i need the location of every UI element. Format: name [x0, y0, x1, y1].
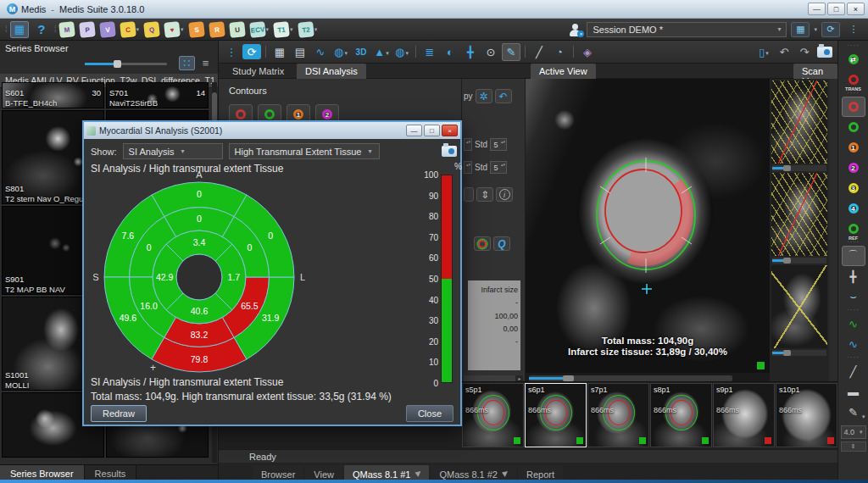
toolbar-button[interactable]: ◈: [578, 43, 597, 61]
layout-button[interactable]: ▦: [10, 21, 29, 38]
zoom-level-select[interactable]: 4.0 ▾: [841, 425, 866, 439]
toolbar-button[interactable]: ▦: [270, 43, 289, 61]
apply-button-fragment[interactable]: py: [464, 92, 473, 101]
app-tile-icon[interactable]: C: [120, 21, 136, 38]
toolbar-button[interactable]: ▤: [291, 43, 309, 61]
toolbar-button[interactable]: ↷: [795, 43, 814, 61]
toolbar-button[interactable]: ≣: [420, 43, 439, 61]
app-tile-icon[interactable]: R: [209, 21, 225, 38]
app-tile-icon[interactable]: T2: [298, 21, 314, 38]
series-thumbnail[interactable]: S601 30 B-TFE_BH4ch: [2, 82, 104, 108]
contour-toolbar-button[interactable]: ⌒: [842, 246, 865, 266]
contour-toolbar-button[interactable]: ╱: [842, 361, 865, 381]
si-analysis-button[interactable]: [474, 236, 491, 251]
app-tile-icon[interactable]: ♥: [164, 21, 181, 38]
app-tile-icon[interactable]: S: [188, 21, 205, 38]
contour-toolbar-button[interactable]: TRANS: [842, 69, 865, 90]
tab-dsi-analysis[interactable]: DSI Analysis: [297, 64, 366, 79]
app-tile-icon[interactable]: V: [99, 21, 116, 38]
app-tile-icon[interactable]: M: [58, 21, 75, 38]
auto-detect-button[interactable]: ✲: [476, 89, 492, 103]
scan-lines-thumbnail[interactable]: [771, 265, 827, 348]
cut-button[interactable]: [464, 187, 474, 202]
toolbar-button[interactable]: [413, 43, 419, 61]
list-view-button[interactable]: ≡: [198, 56, 214, 70]
info-button[interactable]: i: [496, 187, 513, 202]
toolbar-button[interactable]: ◔: [550, 43, 569, 61]
pin-icon[interactable]: [502, 471, 508, 477]
maximize-button[interactable]: □: [827, 3, 845, 15]
app-tile-icon[interactable]: U: [229, 21, 246, 38]
toolbar-button[interactable]: ◍: [331, 43, 350, 61]
snapshot-icon[interactable]: [442, 146, 457, 157]
contour-toolbar-button[interactable]: ╋: [842, 266, 865, 286]
contour-toolbar-button[interactable]: [842, 239, 865, 246]
tab-study-matrix[interactable]: Study Matrix: [224, 64, 292, 79]
chevron-down-icon[interactable]: ▾: [290, 26, 293, 33]
slice-slider[interactable]: [772, 258, 826, 264]
dialog-title-bar[interactable]: Myocardial SI Analysis (S2001) — □ ×: [84, 122, 460, 139]
contour-toolbar-button[interactable]: ⌣: [842, 286, 865, 307]
std-spinner[interactable]: 5: [490, 161, 507, 174]
series-thumbnail[interactable]: S701 14 NaviT2StirBB: [106, 82, 209, 108]
spinner-cut[interactable]: [464, 138, 472, 151]
contour-toolbar-button[interactable]: [842, 307, 865, 314]
toolbar-button[interactable]: ╱: [530, 43, 548, 61]
qmass-q-button[interactable]: Q: [493, 236, 510, 251]
tab-scan-lines[interactable]: Scan Lines: [793, 64, 837, 79]
contour-toolbar-button[interactable]: [842, 97, 865, 117]
app-tile-icon[interactable]: T1: [273, 21, 290, 38]
contour-toolbar-button[interactable]: [842, 354, 865, 361]
contour-toolbar-button[interactable]: [842, 42, 865, 49]
thumbnail-size-slider[interactable]: [85, 63, 167, 65]
close-dialog-button[interactable]: Close: [406, 405, 453, 422]
image-slider[interactable]: [529, 375, 732, 381]
toolbar-button[interactable]: ◍: [392, 43, 411, 61]
phase-thumbnail[interactable]: s6p1 866ms: [525, 383, 587, 447]
contour-toolbar-button[interactable]: 3: [842, 178, 865, 198]
contour-toolbar-button[interactable]: 2: [842, 158, 865, 178]
phase-thumbnail[interactable]: s9p1 866ms: [713, 383, 775, 447]
app-tile-icon[interactable]: ECV: [249, 21, 266, 38]
toolbar-button[interactable]: ╋: [461, 43, 480, 61]
toolbar-button[interactable]: [570, 43, 576, 61]
session-select[interactable]: Session DEMO * ▾: [587, 22, 787, 37]
toolbar-button[interactable]: ⋮: [222, 43, 241, 61]
dialog-close-button[interactable]: ×: [442, 125, 458, 136]
scan-lines-thumbnail[interactable]: [771, 80, 827, 164]
toolbar-button[interactable]: ✎: [502, 43, 520, 61]
toolbar-scroll-button[interactable]: ⇕: [841, 441, 866, 452]
snapshot-button[interactable]: [815, 43, 834, 61]
phase-thumbnail[interactable]: s8p1 866ms: [650, 383, 712, 447]
chevron-down-icon[interactable]: ▾: [266, 26, 270, 33]
toolbar-button[interactable]: ▲: [372, 43, 391, 61]
reset-layout-button[interactable]: ⟳: [821, 22, 840, 37]
grid-view-button[interactable]: ∷: [179, 56, 195, 70]
scan-lines-thumbnail[interactable]: [771, 173, 827, 256]
endocardial-contour[interactable]: [605, 169, 682, 253]
app-tile-icon[interactable]: P: [79, 21, 96, 38]
contour-toolbar-button[interactable]: [842, 90, 865, 97]
tab-active-view[interactable]: Active View: [531, 64, 596, 79]
help-button[interactable]: ?: [32, 21, 51, 38]
tissue-type-select[interactable]: High Transmural Extent Tissue ▾: [229, 143, 380, 159]
phase-thumbnail[interactable]: s10p1 866ms: [776, 383, 837, 447]
contour-toolbar-button[interactable]: ∿: [842, 334, 865, 354]
contour-toolbar-button[interactable]: [842, 117, 865, 137]
undo-button[interactable]: ↶: [495, 89, 512, 103]
bullseye-chart[interactable]: 07.649.679.831.900016.083.265.503.442.94…: [93, 171, 305, 383]
app-tile-icon[interactable]: Q: [143, 21, 160, 38]
propagate-button[interactable]: ⇕: [476, 187, 493, 202]
redraw-button[interactable]: Redraw: [91, 405, 147, 422]
contour-toolbar-button[interactable]: REF: [842, 219, 865, 239]
dialog-minimize-button[interactable]: —: [406, 125, 422, 136]
toolbar-button[interactable]: ▯: [754, 43, 773, 61]
pin-icon[interactable]: [415, 471, 420, 477]
toolbar-button[interactable]: ◐: [441, 43, 459, 61]
contour-toolbar-button[interactable]: ∿: [842, 314, 865, 334]
toolbar-button[interactable]: [263, 43, 269, 61]
analysis-type-select[interactable]: SI Analysis ▾: [123, 143, 223, 159]
chevron-down-icon[interactable]: ▾: [181, 26, 184, 33]
chevron-down-icon[interactable]: ▾: [814, 26, 817, 33]
spinner-cut[interactable]: [464, 161, 472, 174]
